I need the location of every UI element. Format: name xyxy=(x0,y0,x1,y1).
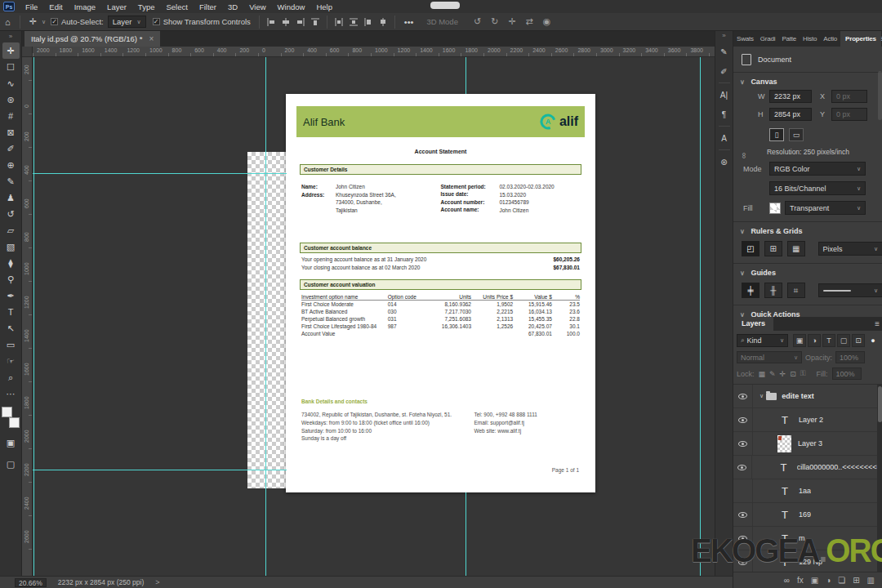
toggle-grid-button[interactable]: ⊞ xyxy=(764,241,782,256)
tab-swats[interactable]: Swats xyxy=(733,31,757,47)
horizontal-ruler[interactable]: 2000180016001400120010008006004002000200… xyxy=(33,47,715,57)
guide-vertical-4[interactable] xyxy=(700,57,701,576)
add-mask-icon[interactable]: ▣ xyxy=(811,576,818,585)
delete-layer-icon[interactable]: ▥ xyxy=(867,576,875,585)
menu-select[interactable]: Select xyxy=(160,2,193,11)
distribute-vertical-icon[interactable] xyxy=(363,17,373,27)
align-right-icon[interactable] xyxy=(296,17,305,27)
guide-vertical-2[interactable] xyxy=(265,57,266,576)
blur-tool[interactable]: ⧫ xyxy=(2,255,20,271)
filter-pixel-layers-icon[interactable]: ▣ xyxy=(793,334,806,347)
lasso-tool[interactable]: ∿ xyxy=(2,75,20,91)
rulers-grids-section-header[interactable]: ∨ Rulers & Grids xyxy=(733,222,882,237)
toggle-guides-button[interactable]: ╪ xyxy=(742,283,760,298)
guide-vertical-3-bottom[interactable] xyxy=(466,492,466,576)
3d-tool-icon-5[interactable]: ◉ xyxy=(538,16,556,27)
tab-layers[interactable]: Layers xyxy=(733,317,773,331)
vertical-ruler[interactable]: 2000200400600800100012001400160018002000… xyxy=(22,47,33,576)
visibility-toggle[interactable] xyxy=(733,456,752,479)
landscape-orientation-button[interactable]: ▭ xyxy=(789,128,804,141)
guide-horizontal-2[interactable] xyxy=(33,470,287,470)
properties-scrollbar[interactable] xyxy=(878,71,882,120)
dodge-tool[interactable]: ⚲ xyxy=(2,271,20,287)
frame-tool[interactable]: ⊠ xyxy=(2,124,20,140)
layer-row[interactable]: T1aa xyxy=(733,479,882,503)
hand-tool[interactable]: ☞ xyxy=(2,353,20,369)
transparent-canvas-area[interactable] xyxy=(247,152,286,488)
menu-edit[interactable]: Edit xyxy=(43,2,68,11)
canvas-section-header[interactable]: ∨ Canvas xyxy=(733,73,882,87)
zoom-tool[interactable]: ⌕ xyxy=(2,369,20,385)
brushes-panel-icon[interactable]: ✐ xyxy=(716,62,733,80)
type-tool[interactable]: T xyxy=(2,304,20,320)
guides-section-header[interactable]: ∨ Guides xyxy=(733,264,882,278)
fill-swatch[interactable] xyxy=(769,203,781,214)
3d-tool-icon-2[interactable]: ↻ xyxy=(486,16,503,27)
quick-actions-section-header[interactable]: ∨ Quick Actions xyxy=(733,305,882,317)
paragraph-panel-icon[interactable]: ¶ xyxy=(716,105,733,123)
align-left-icon[interactable] xyxy=(266,17,276,27)
chevron-down-icon[interactable]: ∨ xyxy=(42,19,51,25)
link-layers-icon[interactable]: ∞ xyxy=(784,576,790,585)
link-dimensions-icon[interactable]: ∞ xyxy=(740,153,749,158)
move-tool[interactable]: ✛ xyxy=(2,42,20,59)
height-field[interactable]: 2854 px xyxy=(769,108,812,121)
layer-row[interactable]: Layer 3 xyxy=(733,432,882,456)
brush-tool[interactable]: ✎ xyxy=(2,173,20,189)
brush-settings-panel-icon[interactable]: ✎ xyxy=(716,42,733,60)
auto-select-checkbox[interactable]: ✓ xyxy=(51,18,58,25)
adjustment-layer-icon[interactable]: ◑ xyxy=(826,576,831,585)
lock-transparency-icon[interactable]: ▦ xyxy=(759,370,766,378)
filter-adjustment-layers-icon[interactable]: ◑ xyxy=(808,334,821,347)
layer-row[interactable]: TLayer 2 xyxy=(733,408,882,432)
portrait-orientation-button[interactable]: ▯ xyxy=(769,128,784,141)
photoshop-logo-icon[interactable]: Ps xyxy=(3,2,15,11)
eraser-tool[interactable]: ▱ xyxy=(2,222,20,238)
color-mode-dropdown[interactable]: RGB Color ∨ xyxy=(769,162,866,176)
ruler-units-dropdown[interactable]: Pixels ∨ xyxy=(818,242,882,256)
show-transform-checkbox[interactable]: ✓ xyxy=(153,18,160,25)
distribute-horizontal-icon[interactable] xyxy=(378,17,388,27)
guide-vertical-3-top[interactable] xyxy=(466,57,466,94)
lock-position-icon[interactable]: ✛ xyxy=(780,370,786,378)
menu-image[interactable]: Image xyxy=(69,2,101,11)
more-options-icon[interactable]: ••• xyxy=(399,17,419,27)
pen-tool[interactable]: ✒ xyxy=(2,287,20,304)
document-tab[interactable]: Italy id.psd @ 20.7% (RGB/16) * × xyxy=(24,31,160,47)
tab-properties[interactable]: Properties xyxy=(840,31,881,47)
visibility-toggle[interactable] xyxy=(733,503,753,526)
guide-vertical-1[interactable] xyxy=(33,57,34,576)
align-center-horizontal-icon[interactable] xyxy=(281,17,291,27)
home-icon[interactable]: ⌂ xyxy=(0,17,16,27)
clone-stamp-tool[interactable]: ♟ xyxy=(2,189,20,206)
statement-document[interactable]: Alif Bank A alif Account Statement Custo… xyxy=(286,94,595,492)
fill-field[interactable]: 100% xyxy=(832,368,862,380)
layer-effects-icon[interactable]: fx xyxy=(797,576,804,585)
dock-collapse-icon[interactable]: » xyxy=(715,31,733,41)
zoom-level-field[interactable]: 20.66% xyxy=(15,578,47,587)
distribute-left-icon[interactable] xyxy=(334,17,344,27)
chevron-down-icon[interactable]: ∨ xyxy=(760,393,764,399)
x-field[interactable]: 0 px xyxy=(831,90,867,103)
layer-row[interactable]: T169 xyxy=(733,503,882,527)
filter-toggle-icon[interactable]: ● xyxy=(866,334,880,347)
menu-window[interactable]: Window xyxy=(272,2,311,11)
visibility-toggle[interactable] xyxy=(733,479,753,502)
filter-type-layers-icon[interactable]: T xyxy=(822,334,835,347)
screen-mode-button[interactable]: ▢ xyxy=(2,456,20,472)
y-field[interactable]: 0 px xyxy=(831,108,867,121)
guide-horizontal-1[interactable] xyxy=(33,173,287,174)
3d-tool-icon-3[interactable]: ✛ xyxy=(503,16,520,27)
close-icon[interactable]: × xyxy=(149,34,154,43)
toggle-pixel-grid-button[interactable]: ▦ xyxy=(787,241,805,256)
tab-gradi[interactable]: Gradi xyxy=(757,31,779,47)
lock-guides-button[interactable]: ╫ xyxy=(764,283,782,298)
menu-help[interactable]: Help xyxy=(310,2,338,11)
toolbar-expand-icon[interactable]: » xyxy=(0,31,21,42)
new-layer-icon[interactable]: ⊞ xyxy=(853,576,859,585)
status-chevron-icon[interactable]: > xyxy=(155,578,159,586)
rectangular-marquee-tool[interactable]: ☐ xyxy=(2,59,20,75)
menu-layer[interactable]: Layer xyxy=(101,2,132,11)
eyedropper-tool[interactable]: ✐ xyxy=(2,140,20,157)
clear-guides-button[interactable]: ⌗ xyxy=(787,283,805,298)
